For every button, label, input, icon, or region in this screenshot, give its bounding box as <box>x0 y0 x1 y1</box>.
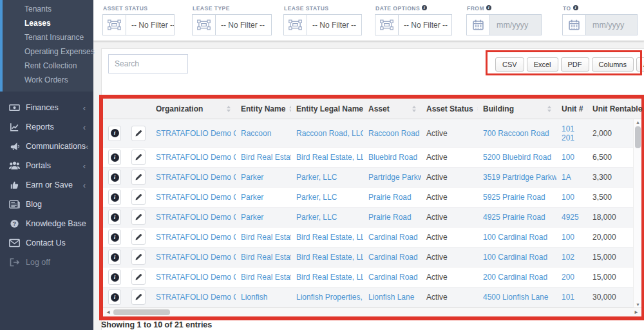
cell-link[interactable]: Prairie Road <box>368 193 412 202</box>
cell-link[interactable]: Bird Real Estate <box>241 273 291 282</box>
cell-link[interactable]: Bird Real Estate <box>241 233 291 242</box>
cell-link[interactable]: Lionfish <box>241 293 267 302</box>
scroll-right-icon[interactable]: ► <box>631 310 641 315</box>
filter-to-control[interactable] <box>562 14 638 35</box>
cell-link[interactable]: STRATAFOLIO Demo Company <box>156 293 236 302</box>
sidebar-item-finances[interactable]: Finances‹ <box>0 98 93 117</box>
cell-link[interactable]: Cardinal Road <box>368 273 418 282</box>
row-info-button[interactable]: i <box>108 189 121 205</box>
sidebar-item-contact-us[interactable]: Contact Us <box>0 233 93 253</box>
cell-link[interactable]: Bluebird Road <box>368 153 417 162</box>
column-header-building[interactable]: Building <box>478 99 556 119</box>
cell-link[interactable]: STRATAFOLIO Demo Company <box>156 213 236 222</box>
cell-link[interactable]: STRATAFOLIO Demo Company <box>156 153 236 162</box>
cell-link[interactable]: 4500 Lionfish Lane <box>483 293 548 302</box>
cell-link[interactable]: Cardinal Road <box>368 233 418 242</box>
vertical-scrollbar[interactable]: ▲ ▼ <box>633 119 641 307</box>
row-edit-button[interactable] <box>131 289 146 305</box>
row-edit-button[interactable] <box>131 209 146 225</box>
row-info-button[interactable]: i <box>108 229 121 245</box>
search-input[interactable] <box>108 54 188 73</box>
column-header-entity-name[interactable]: Entity Name <box>236 99 291 119</box>
row-edit-button[interactable] <box>131 249 146 265</box>
unit-link[interactable]: 101 <box>562 124 574 133</box>
sidebar-item-reports[interactable]: Reports‹ <box>0 117 93 137</box>
column-header-asset[interactable]: Asset <box>363 99 421 119</box>
cell-link[interactable]: Raccoon Road <box>368 129 419 138</box>
cell-link[interactable]: STRATAFOLIO Demo Company <box>156 193 236 202</box>
sidebar-item-communications[interactable]: Communications‹ <box>0 137 93 156</box>
cell-link[interactable]: 700 Raccoon Road <box>483 129 549 138</box>
cell-link[interactable]: Bird Real Estate, LLC <box>296 153 363 162</box>
excel-button[interactable]: Excel <box>527 57 558 72</box>
cell-link[interactable]: 5200 Bluebird Road <box>483 153 551 162</box>
column-header-asset-status[interactable]: Asset Status <box>421 99 478 119</box>
horizontal-scrollbar-thumb[interactable] <box>113 309 170 315</box>
sidebar-item-tenant-insurance[interactable]: Tenant Insurance <box>3 30 93 44</box>
unit-link[interactable]: 100 <box>562 193 574 202</box>
row-edit-button[interactable] <box>131 269 146 285</box>
filter-lease-status-control[interactable]: -- No Filter -- <box>283 14 362 35</box>
cell-link[interactable]: Raccoon <box>241 129 271 138</box>
filter-asset-status-control[interactable]: -- No Filter -- <box>102 14 175 35</box>
filter-selected-value[interactable]: -- No Filter -- <box>216 15 271 35</box>
sidebar-item-blog[interactable]: Blog <box>0 195 93 214</box>
row-info-button[interactable]: i <box>108 249 121 265</box>
filter-selected-value[interactable]: -- No Filter -- <box>126 15 174 35</box>
unit-link[interactable]: 100 <box>562 233 574 242</box>
row-edit-button[interactable] <box>131 150 146 165</box>
sidebar-item-earn-or-save[interactable]: Earn or Save‹ <box>0 175 93 195</box>
cell-link[interactable]: Bird Real Estate, LLC <box>296 273 363 282</box>
column-header-entity-legal-name[interactable]: Entity Legal Name <box>291 99 363 119</box>
cell-link[interactable]: STRATAFOLIO Demo Company <box>156 233 236 242</box>
cell-link[interactable]: Lionfish Lane <box>368 293 414 302</box>
row-edit-button[interactable] <box>131 170 146 185</box>
cell-link[interactable]: Raccoon Road, LLC <box>296 129 363 138</box>
cell-link[interactable]: Bird Real Estate <box>241 153 291 162</box>
sidebar-item-operating-expenses[interactable]: Operating Expenses <box>3 44 93 59</box>
row-info-button[interactable]: i <box>108 209 121 225</box>
row-info-button[interactable]: i <box>108 150 121 165</box>
unit-link[interactable]: 1A <box>562 173 571 182</box>
pdf-button[interactable]: PDF <box>561 57 589 72</box>
sidebar-item-tenants[interactable]: Tenants <box>3 2 93 16</box>
sidebar-item-rent-collection[interactable]: Rent Collection <box>3 59 93 73</box>
column-header-unit-rentable-sq[interactable]: Unit Rentable Sq <box>587 99 643 119</box>
sidebar-item-knowledge-base[interactable]: ?Knowledge Base <box>0 214 93 233</box>
vertical-scrollbar-thumb[interactable] <box>635 126 641 148</box>
row-info-button[interactable]: i <box>108 170 121 185</box>
unit-link[interactable]: 201 <box>562 133 574 142</box>
cell-link[interactable]: 200 Cardinal Road <box>483 273 547 282</box>
cell-link[interactable]: Parker, LLC <box>296 213 337 222</box>
column-header-organization[interactable]: Organization <box>151 99 236 119</box>
cell-link[interactable]: Parker, LLC <box>296 193 337 202</box>
cell-link[interactable]: Parker <box>241 193 263 202</box>
filter-lease-type-control[interactable]: -- No Filter -- <box>192 14 272 35</box>
cell-link[interactable]: 5925 Prairie Road <box>483 193 545 202</box>
cell-link[interactable]: Bird Real Estate <box>241 253 291 262</box>
unit-link[interactable]: 102 <box>562 253 574 262</box>
row-edit-button[interactable] <box>131 229 146 245</box>
row-edit-button[interactable] <box>131 189 146 205</box>
sidebar-item-leases[interactable]: Leases <box>3 16 93 30</box>
filter-from-control[interactable] <box>466 14 542 35</box>
cell-link[interactable]: Parker <box>241 173 263 182</box>
cell-link[interactable]: Parker, LLC <box>296 173 337 182</box>
row-info-button[interactable]: i <box>108 289 121 305</box>
scroll-down-icon[interactable]: ▼ <box>634 302 642 307</box>
filter-date-options-control[interactable]: -- No Filter --▼ <box>375 14 452 35</box>
filter-selected-value[interactable]: -- No Filter --▼ <box>399 15 451 35</box>
unit-link[interactable]: 100 <box>562 153 574 162</box>
scroll-left-icon[interactable]: ◄ <box>103 310 113 315</box>
filter-selected-value[interactable]: -- No Filter -- <box>307 15 361 35</box>
horizontal-scrollbar[interactable]: ◄ ► <box>103 307 641 316</box>
cell-link[interactable]: STRATAFOLIO Demo Company <box>156 129 236 138</box>
cell-link[interactable]: Bird Real Estate, LLC <box>296 253 363 262</box>
cell-link[interactable]: 100 Cardinal Road <box>483 253 547 262</box>
cell-link[interactable]: Partridge Parkway <box>368 173 421 182</box>
unit-link[interactable]: 4925 <box>562 213 579 222</box>
row-info-button[interactable]: i <box>108 269 121 285</box>
unit-link[interactable]: 200 <box>562 273 574 282</box>
filter-to-input[interactable] <box>586 15 637 35</box>
columns-button[interactable]: Columns <box>592 57 634 72</box>
